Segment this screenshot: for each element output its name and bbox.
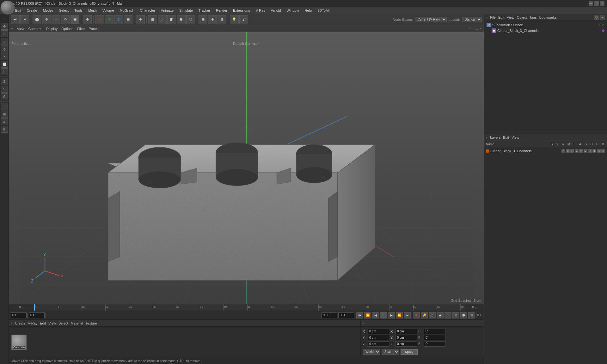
minimize-btn[interactable]: — [589,1,593,6]
auto-key-btn[interactable]: 🔑 [421,312,428,318]
scale-btn[interactable]: ↔ [52,15,60,24]
viewport-icon-3[interactable]: □ [476,27,478,30]
coord-b-rot[interactable] [424,341,445,347]
obj-menu-bookmarks[interactable]: Bookmarks [539,15,557,19]
subdiv-check-1[interactable]: ✓ [598,23,601,27]
obj-menu-view[interactable]: View [507,15,514,19]
layer-icon-e[interactable]: ⊕ [597,149,601,153]
close-btn[interactable]: ✕ [600,1,604,6]
menu-modes[interactable]: Modes [40,8,56,13]
viewport-menu-display[interactable]: Display [46,27,58,31]
menu-vray[interactable]: V-Ray [253,8,268,13]
menu-simulate[interactable]: Simulate [177,8,195,13]
viewport-icon-1[interactable]: ⬚ [469,27,472,30]
coord-x-size[interactable] [395,329,417,334]
record-btn[interactable]: ⏺ [413,312,420,318]
tool-grid[interactable]: ⊞ [1,111,8,118]
layer-icon-l[interactable]: ⊞ [579,149,583,153]
node-space-dropdown[interactable]: Current (V-Ray) [415,17,447,22]
move-btn[interactable]: ✥ [42,15,51,24]
viewport-menu-panel[interactable]: Panel [89,27,98,31]
coord-y-size[interactable] [395,335,417,340]
layout-dropdown[interactable]: Startup [462,17,482,22]
scale-dropdown[interactable]: Scale [382,349,399,355]
menu-character[interactable]: Character [138,8,158,13]
tool-object[interactable]: ⬡ [1,30,8,37]
layer-icon-x[interactable]: ✕ [601,149,605,153]
tool-s2[interactable]: S [1,86,8,93]
obj-panel-icon-1[interactable]: ⬡ [594,15,599,20]
menu-extensions[interactable]: Extensions [230,8,253,13]
transform-btn[interactable]: ▣ [71,15,79,24]
render-interactive-btn[interactable]: ⬡ [186,15,195,24]
coord-x-pos[interactable] [368,329,389,334]
viewport-menu-cameras[interactable]: Cameras [28,27,43,31]
layer-icon-m[interactable]: ◈ [575,149,579,153]
frame-range-2[interactable] [338,312,354,318]
render-view-btn[interactable]: ▷ [158,15,167,24]
tool-gear[interactable]: ⚙ [1,126,8,133]
tool-point[interactable]: • [1,53,8,60]
render-region-btn[interactable]: ▦ [148,15,157,24]
all-axis-btn[interactable]: ▣ [124,15,132,24]
menu-mograph[interactable]: MoGraph [117,8,137,13]
obj-item-subdiv[interactable]: ⬡ Subdivision Surface ✓ ✓ [485,22,606,28]
tool-s1[interactable]: S [1,78,8,85]
layer-icon-v[interactable]: 👁 [566,149,570,153]
tool-brush[interactable]: ⌒ [1,103,8,110]
materials-menu-create[interactable]: Create [15,321,25,325]
materials-menu-vray[interactable]: V-Ray [28,321,37,325]
obj-item-mesh[interactable]: ⬢ Cinder_Block_3_Channels [490,28,606,33]
motion-clip-btn[interactable]: ⬡ [429,312,436,318]
maximize-btn[interactable]: □ [594,1,599,6]
world-coord-btn[interactable]: ⊕ [136,15,145,24]
tool-move[interactable]: ✥ [1,23,8,30]
menu-animate[interactable]: Animate [158,8,176,13]
layers-menu-edit[interactable]: Edit [503,136,509,139]
materials-menu-material[interactable]: Material [71,321,83,325]
material-concrete[interactable]: Concrete [11,335,27,350]
render-queue-btn[interactable]: ⬢ [177,15,186,24]
viewport-menu-toggle[interactable]: ≡ [11,27,13,30]
frame-range-1[interactable] [322,312,337,318]
playback-options2-btn[interactable]: ⬢ [460,312,467,318]
timeline-ruler[interactable]: 0 5 10 15 20 25 30 35 40 [34,304,465,311]
snap3-btn[interactable]: ⊟ [218,15,226,24]
layer-icon-a[interactable]: ▶ [584,149,587,153]
goto-start-btn[interactable]: ⏮ [356,312,363,318]
play-pause-btn[interactable]: ⏸ [380,312,387,318]
menu-select[interactable]: Select [57,8,71,13]
tool-poly[interactable]: △ [1,38,8,45]
viewport-menu-filter[interactable]: Filter [77,27,85,31]
x-axis-btn[interactable]: X [95,15,104,24]
timeline-marker-btn[interactable]: ◆ [437,312,444,318]
tool-edge[interactable]: ◇ [1,46,8,52]
rotate-btn[interactable]: ⟳ [61,15,70,24]
world-dropdown[interactable]: World [363,349,380,355]
coord-h-rot[interactable] [424,329,445,334]
playback-options3-btn[interactable]: ⊟ [468,312,475,318]
obj-menu-edit[interactable]: Edit [498,15,504,19]
prev-frame-btn[interactable]: ◀ [372,312,379,318]
layers-menu-view[interactable]: View [512,136,519,139]
snap-btn[interactable]: ⊞ [199,15,207,24]
coord-z-size[interactable] [395,341,417,347]
viewport-icon-2[interactable]: ↓ [473,27,475,30]
menu-tracker[interactable]: Tracker [196,8,213,13]
layers-menu-toggle[interactable]: ≡ [486,136,487,139]
materials-menu-edit[interactable]: Edit [40,321,46,325]
layer-item-cinder[interactable]: Cinder_Block_3_Channels □ 👁 ⬡ ◈ ⊞ ▶ ⟲ ⬢ … [485,149,606,154]
menu-help[interactable]: Help [302,8,315,13]
coord-p-rot[interactable] [424,335,445,340]
tool-layers-icon[interactable]: ≡ [1,118,8,125]
live-select-btn[interactable]: ⬤ [33,15,41,24]
paint-btn[interactable]: 🖌 [239,15,248,24]
coords-menu-toggle[interactable]: ≡ [363,322,364,325]
menu-create[interactable]: Create [24,8,40,13]
obj-menu-file[interactable]: File [490,15,496,19]
viewport[interactable]: ≡ View Cameras Display Options Filter Pa… [9,25,484,304]
obj-menu-tags[interactable]: Tags [529,15,536,19]
playback-options-btn[interactable]: ⊞ [452,312,459,318]
menu-tools[interactable]: Tools [72,8,85,13]
apply-button[interactable]: Apply [401,349,418,355]
